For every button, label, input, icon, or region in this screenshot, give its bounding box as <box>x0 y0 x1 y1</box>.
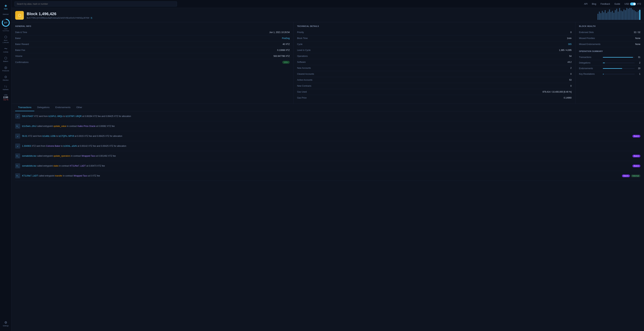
baker-reward-value: 40 XTZ <box>283 43 290 45</box>
tx-contract-link[interactable]: Wrapped Taco <box>74 175 88 177</box>
tx-text: called entrypoint <box>36 125 53 127</box>
general-info-section: General Info Date & Time Jun 1, 2021 10:… <box>12 22 294 104</box>
sidebar-item-markets[interactable]: ↑↓ Markets <box>0 83 12 92</box>
tx-link[interactable]: KT1UNe7..LbDT <box>22 175 38 177</box>
tx-link[interactable]: stake <box>53 165 58 167</box>
general-info-title: General Info <box>15 25 290 27</box>
op-label: Key Revelations <box>579 73 601 75</box>
sidebar-item-mainnet[interactable]: Mainnet <box>0 11 12 17</box>
chart-bar <box>631 8 632 20</box>
tx-text: in contract <box>66 125 78 127</box>
tech-row-priority: Priority 0 <box>297 29 572 35</box>
sidebar: ◈ Stats Mainnet 377 Cycle+1d 47min ⬡ Blo… <box>0 0 12 331</box>
transfer-icon: ↙ <box>15 134 20 139</box>
blog-link[interactable]: Blog <box>592 3 596 5</box>
chart-bar <box>624 9 624 20</box>
tx-link[interactable]: 1.304903 <box>22 145 31 147</box>
copy-icon[interactable]: ⎘ <box>91 16 92 19</box>
tx-link[interactable]: tz1c5wm..zfmJ <box>22 125 36 127</box>
api-link[interactable]: API <box>584 3 588 5</box>
sidebar-item-cycle[interactable]: 377 Cycle+1d 47min <box>0 17 12 33</box>
tab-delegations[interactable]: Delegations <box>34 104 52 111</box>
toggle-usd-label: USD <box>624 3 629 5</box>
tx-link[interactable]: update_operators <box>53 155 70 157</box>
currency-switch[interactable] <box>630 2 636 5</box>
tab-endorsements[interactable]: Endorsements <box>52 104 74 111</box>
chart-bar <box>608 11 608 20</box>
tx-contract-link[interactable]: KT1UNe7..LbDT <box>70 165 86 167</box>
tx-content: 500.676437 XTZ sent from tz1hPc1..68Qs t… <box>22 115 640 118</box>
content-area: ⬡ Block 1,496,426 BLK7T9KLQVGWMywu4ajRUw… <box>12 8 644 331</box>
op-value: 31 <box>637 56 640 58</box>
table-row: >_somaticbits.tez called entrypoint upda… <box>15 151 640 161</box>
tx-link[interactable]: tz1afdz..U28k <box>42 135 56 137</box>
usd-price-display: USD 2.93 -0.2 % <box>3 92 8 101</box>
feedback-link[interactable]: Feedback <box>600 3 610 5</box>
tx-contract-link[interactable]: Kaiko Price Oracle <box>78 125 96 127</box>
toggle-xtz-label: XTZ <box>637 3 641 5</box>
tx-contract-link[interactable]: Coinone Baker <box>46 145 60 147</box>
chart-bar <box>613 13 614 20</box>
contract-icon: >_ <box>15 153 20 158</box>
sidebar-item-bakers[interactable]: ⬡ Bakers <box>0 55 12 64</box>
chart-bar <box>629 8 630 20</box>
baker-label: Baker <box>15 37 21 39</box>
volume-value: 563.947786 XTZ <box>274 55 290 57</box>
blocktime-label: Block Time <box>297 37 308 39</box>
tx-link[interactable]: tz1TQPo..NPV9 <box>59 135 74 137</box>
chart-bar <box>626 8 628 20</box>
chart-bar <box>600 13 602 20</box>
sidebar-item-settings[interactable]: ⚙ Settings <box>0 319 12 329</box>
sidebar-item-protocols[interactable]: ◎ Protocols <box>0 64 12 73</box>
tx-link[interactable]: 56.01 <box>22 135 28 137</box>
gas-used-value: 879,414 / 10,400,000 [8.46 %] <box>542 91 572 93</box>
chart-bar <box>639 10 640 20</box>
tx-list: ↙500.676437 XTZ sent from tz1hPc1..68Qs … <box>12 111 644 181</box>
batch-badge: Batch <box>632 165 640 167</box>
block-icon: ⬡ <box>4 35 7 39</box>
tx-link[interactable]: somaticbits.tez <box>22 165 36 167</box>
gas-used-label: Gas Used <box>297 91 307 93</box>
cycle-value[interactable]: 365 <box>568 43 572 45</box>
tx-link[interactable]: tz1S7WY..U6QR <box>66 115 82 117</box>
tx-link[interactable]: transfer <box>55 175 62 177</box>
search-input[interactable] <box>14 1 177 6</box>
tab-transactions[interactable]: Transactions <box>15 104 34 111</box>
tx-link[interactable]: 500.676437 <box>22 115 34 117</box>
block-hash: BLK7T9KLQVGWMywu4ajRUwbsqSZsk92V9Ew63c5U… <box>27 16 92 19</box>
main-content: API Blog Feedback Guide USD XTZ ⬡ Block … <box>12 0 644 331</box>
bakers-icon: ⬡ <box>4 56 7 60</box>
op-summary-row: Endorsements 20 <box>579 66 640 71</box>
chart-bar <box>602 11 603 20</box>
chart-bar <box>618 11 619 20</box>
tabs-row: TransactionsDelegationsEndorsementsOther <box>12 104 644 111</box>
tx-link[interactable]: update_value <box>53 125 66 127</box>
tx-link[interactable]: tz1KhiL..a3vN <box>64 145 77 147</box>
missed-priorities-value: None <box>635 37 640 39</box>
op-label: Delegations <box>579 61 601 64</box>
level-value: 1,385 / 4,095 <box>559 49 572 51</box>
usd-value: 2.93 <box>3 96 8 99</box>
guide-link[interactable]: Guide <box>614 3 620 5</box>
batch-badge: Batch <box>622 175 630 177</box>
tx-content: 1.304903 XTZ sent from Coinone Baker to … <box>22 144 640 148</box>
sidebar-item-activity[interactable]: 〜 Activity <box>0 45 12 55</box>
chart-bar <box>606 13 607 20</box>
settings-icon: ⚙ <box>4 321 7 324</box>
sidebar-item-block[interactable]: ⬡ Block1,546,802 <box>0 33 12 45</box>
tx-contract-link[interactable]: Wrapped Taco <box>82 155 96 157</box>
gas-used-row: Gas Used 879,414 / 10,400,000 [8.46 %] <box>297 89 572 95</box>
tx-text: at 0.001492 XTZ fee <box>95 155 116 157</box>
info-row-volume: Volume 563.947786 XTZ <box>15 53 290 59</box>
chart-bar <box>638 11 639 20</box>
tx-link[interactable]: tz1hPc1..68Qs <box>48 115 63 117</box>
tx-text: in contract <box>70 155 82 157</box>
op-summary-row: Transactions 31 <box>579 54 640 60</box>
tx-link[interactable]: somaticbits.tez <box>22 155 36 157</box>
sidebar-item-election[interactable]: ⊙ Election <box>0 73 12 83</box>
tech-row-blocktime: Block Time 1min <box>297 35 572 41</box>
baker-value[interactable]: PosDog <box>282 37 290 39</box>
usd-change: -0.2 % <box>3 99 8 101</box>
sidebar-item-stats[interactable]: ◈ Stats <box>0 2 12 11</box>
tab-other[interactable]: Other <box>73 104 85 111</box>
